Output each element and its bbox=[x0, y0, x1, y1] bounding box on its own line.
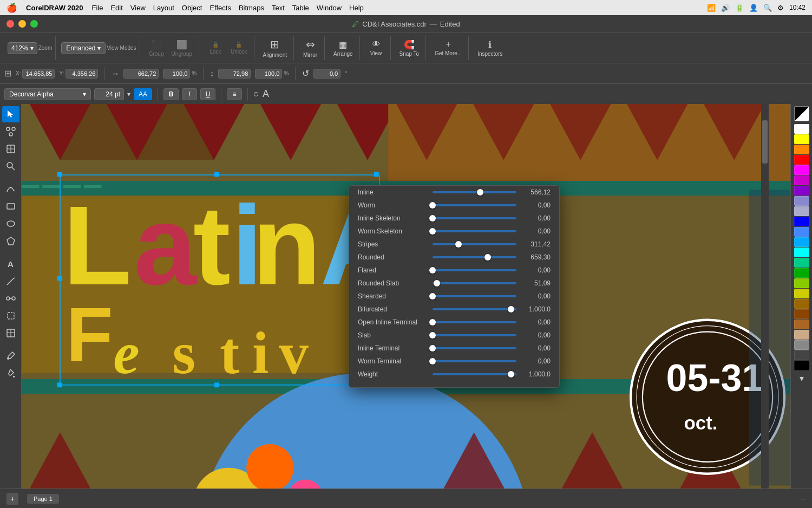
var-slider[interactable] bbox=[433, 191, 516, 193]
menu-object[interactable]: Object bbox=[182, 4, 202, 12]
font-selector[interactable]: Decorvar Alpha ▾ bbox=[4, 88, 91, 100]
height-input[interactable] bbox=[218, 69, 251, 79]
status-dots[interactable]: ··· bbox=[801, 496, 806, 502]
menu-file[interactable]: File bbox=[91, 4, 103, 12]
var-slider-handle[interactable] bbox=[455, 241, 462, 248]
color-swatch-tan[interactable] bbox=[794, 330, 809, 340]
apple-menu[interactable]: 🍎 bbox=[6, 3, 17, 13]
var-slider[interactable] bbox=[433, 295, 516, 297]
color-swatch-white[interactable] bbox=[794, 124, 809, 134]
underline-button[interactable]: U bbox=[200, 88, 215, 100]
add-page-button[interactable]: + bbox=[6, 493, 18, 505]
no-fill-swatch[interactable] bbox=[794, 106, 809, 121]
palette-scroll-down[interactable]: ▾ bbox=[800, 373, 804, 383]
aa-button[interactable]: AA bbox=[134, 88, 152, 100]
color-swatch-yellow[interactable] bbox=[794, 134, 809, 144]
pen-tool[interactable] bbox=[2, 273, 19, 289]
width-pct-input[interactable] bbox=[163, 69, 190, 79]
menu-table[interactable]: Table bbox=[292, 4, 309, 12]
eyedropper-tool[interactable] bbox=[2, 348, 19, 364]
var-slider-handle[interactable] bbox=[429, 228, 436, 235]
var-slider-handle[interactable] bbox=[429, 202, 436, 209]
color-swatch-teal[interactable] bbox=[794, 258, 809, 268]
color-swatch-cornflower[interactable] bbox=[794, 227, 809, 237]
color-swatch-dark-gray[interactable] bbox=[794, 350, 809, 360]
connector-tool[interactable] bbox=[2, 290, 19, 307]
color-swatch-brown[interactable] bbox=[794, 299, 809, 309]
var-slider-handle[interactable] bbox=[484, 254, 491, 260]
height-pct-input[interactable] bbox=[255, 69, 282, 79]
var-slider[interactable] bbox=[433, 308, 516, 310]
var-slider[interactable] bbox=[433, 347, 516, 349]
maximize-button[interactable] bbox=[30, 20, 38, 28]
var-slider-handle[interactable] bbox=[434, 280, 440, 286]
color-swatch-violet[interactable] bbox=[794, 186, 809, 196]
rotate-input[interactable] bbox=[313, 69, 340, 79]
var-slider-handle[interactable] bbox=[508, 306, 514, 312]
var-slider-handle[interactable] bbox=[508, 371, 514, 377]
menu-edit[interactable]: Edit bbox=[110, 4, 122, 12]
color-swatch-blue[interactable] bbox=[794, 217, 809, 226]
color-swatch-lime[interactable] bbox=[794, 278, 809, 288]
color-swatch-red[interactable] bbox=[794, 155, 809, 165]
align-button[interactable]: ≡ bbox=[227, 88, 242, 100]
shape-tool[interactable] bbox=[2, 123, 19, 140]
select-tool[interactable] bbox=[2, 106, 19, 122]
var-slider[interactable] bbox=[433, 256, 516, 258]
var-slider[interactable] bbox=[433, 282, 516, 284]
var-slider[interactable] bbox=[433, 230, 516, 232]
y-input[interactable] bbox=[66, 69, 98, 79]
close-button[interactable] bbox=[6, 20, 14, 28]
width-input[interactable] bbox=[123, 69, 159, 79]
ungroup-button[interactable]: ⬜ Ungroup bbox=[168, 37, 195, 59]
x-input[interactable] bbox=[22, 69, 55, 79]
search-icon[interactable]: 🔍 bbox=[763, 4, 772, 12]
rectangle-tool[interactable] bbox=[2, 198, 19, 214]
alignment-button[interactable]: ⊞ Alignment bbox=[260, 36, 290, 60]
ellipse-tool[interactable] bbox=[2, 216, 19, 232]
arrange-button[interactable]: ▦ Arrange bbox=[330, 37, 356, 59]
color-swatch-olive[interactable] bbox=[794, 289, 809, 298]
color-swatch-light-violet[interactable] bbox=[794, 206, 809, 216]
color-swatch-cyan[interactable] bbox=[794, 248, 809, 257]
mirror-button[interactable]: ⇔ Mirror bbox=[299, 36, 321, 60]
zoom-tool[interactable] bbox=[2, 158, 19, 174]
v-scroll-thumb[interactable] bbox=[762, 120, 768, 164]
freehand-tool[interactable] bbox=[2, 181, 19, 197]
var-slider-handle[interactable] bbox=[429, 215, 436, 222]
var-slider-handle[interactable] bbox=[429, 358, 436, 364]
var-slider[interactable] bbox=[433, 360, 516, 362]
menu-window[interactable]: Window bbox=[317, 4, 342, 12]
var-slider-handle[interactable] bbox=[477, 189, 483, 196]
transform-tool[interactable] bbox=[2, 141, 19, 157]
zoom-dropdown[interactable]: 412% ▾ bbox=[8, 42, 37, 54]
getmore-button[interactable]: + Get More... bbox=[431, 37, 465, 58]
var-slider-handle[interactable] bbox=[429, 345, 436, 351]
page-tab-1[interactable]: Page 1 bbox=[27, 494, 59, 504]
lock-button[interactable]: 🔒 Lock bbox=[205, 40, 226, 57]
menu-help[interactable]: Help bbox=[349, 4, 364, 12]
var-slider[interactable] bbox=[433, 321, 516, 323]
fill-tool[interactable] bbox=[2, 365, 19, 381]
color-swatch-lavender[interactable] bbox=[794, 196, 809, 206]
color-swatch-black[interactable] bbox=[794, 361, 809, 370]
control-center-icon[interactable]: ⚙ bbox=[777, 4, 784, 12]
snapto-button[interactable]: 🧲 Snap To bbox=[396, 37, 423, 59]
var-slider[interactable] bbox=[433, 269, 516, 271]
text-tool[interactable]: A bbox=[2, 256, 19, 272]
color-swatch-green[interactable] bbox=[794, 268, 809, 278]
var-slider[interactable] bbox=[433, 334, 516, 336]
color-swatch-purple[interactable] bbox=[794, 175, 809, 185]
viewmode-dropdown[interactable]: Enhanced ▾ bbox=[61, 42, 106, 54]
var-slider-handle[interactable] bbox=[429, 332, 436, 338]
var-slider[interactable] bbox=[433, 217, 516, 219]
var-slider-handle[interactable] bbox=[429, 267, 436, 273]
color-swatch-sky[interactable] bbox=[794, 237, 809, 247]
var-slider[interactable] bbox=[433, 204, 516, 206]
group-button[interactable]: ⬛ Group bbox=[146, 37, 167, 59]
table-tool[interactable] bbox=[2, 325, 19, 341]
crop-tool[interactable] bbox=[2, 308, 19, 324]
polygon-tool[interactable] bbox=[2, 233, 19, 249]
color-swatch-dark-brown[interactable] bbox=[794, 309, 809, 319]
color-swatch-sienna[interactable] bbox=[794, 320, 809, 329]
